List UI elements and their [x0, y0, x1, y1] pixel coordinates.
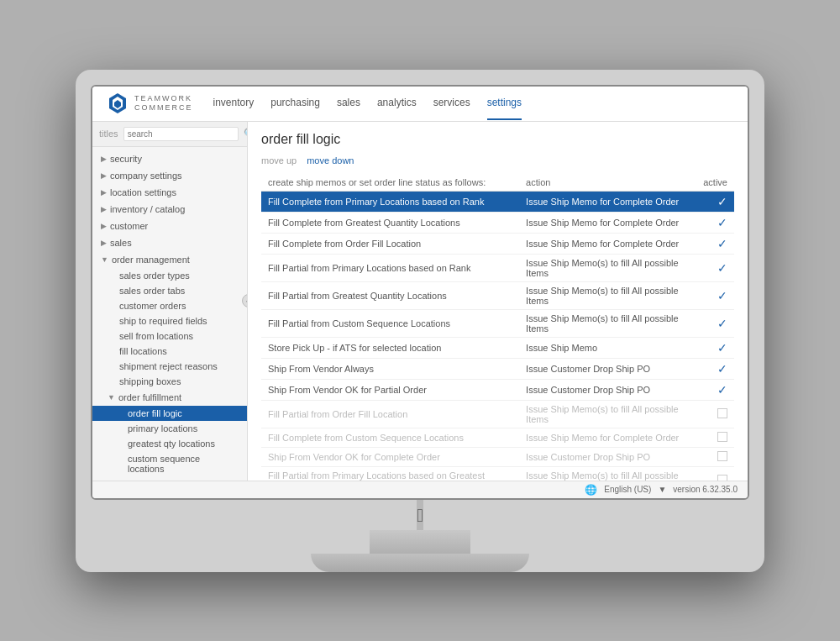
row-action: Issue Ship Memo for Complete Order — [519, 233, 696, 254]
monitor-stand:  — [91, 500, 749, 572]
row-description: Fill Partial from Primary Locations base… — [261, 254, 519, 281]
sidebar-item-customer-orders[interactable]: customer orders — [92, 298, 247, 313]
teamwork-logo-icon — [106, 92, 129, 115]
sidebar-item-ship-from-vendor-locations[interactable]: ship from vendor locations — [92, 476, 247, 481]
row-action: Issue Ship Memo for Complete Order — [519, 212, 696, 233]
sidebar-item-shipment-reject-reasons[interactable]: shipment reject reasons — [92, 359, 247, 374]
sidebar-item-custom-sequence-locations[interactable]: custom sequence locations — [92, 451, 247, 476]
move-up-button[interactable]: move up — [261, 155, 297, 166]
sidebar-item-sales[interactable]: ▶sales — [92, 234, 247, 251]
row-action: Issue Ship Memo(s) to fill All possible … — [519, 309, 696, 337]
table-row[interactable]: Ship From Vendor OK for Partial OrderIss… — [261, 379, 734, 400]
logo-text: TEAMWORK COMMERCE — [134, 94, 193, 113]
row-active-checkbox[interactable] — [696, 466, 734, 481]
table-row[interactable]: Store Pick Up - if ATS for selected loca… — [261, 337, 734, 358]
table-row[interactable]: Fill Partial from Greatest Quantity Loca… — [261, 281, 734, 309]
nav-item-sales[interactable]: sales — [337, 87, 360, 120]
row-active-checkbox[interactable]: ✓ — [696, 281, 734, 309]
sidebar-item-company-settings[interactable]: ▶company settings — [92, 167, 247, 184]
arrow-icon: ▶ — [101, 205, 107, 213]
sidebar-item-security[interactable]: ▶security — [92, 150, 247, 167]
sidebar-item-primary-locations[interactable]: primary locations — [92, 421, 247, 436]
row-description: Fill Complete from Order Fill Location — [261, 233, 519, 254]
row-description: Fill Complete from Greatest Quantity Loc… — [261, 212, 519, 233]
sidebar-item-sales-order-tabs[interactable]: sales order tabs — [92, 283, 247, 298]
sidebar-item-customer[interactable]: ▶customer — [92, 218, 247, 234]
content-area: order fill logic move up move down creat… — [248, 122, 748, 481]
row-active-checkbox[interactable]: ✓ — [696, 254, 734, 281]
table-row[interactable]: Ship From Vendor OK for Complete OrderIs… — [261, 447, 734, 466]
row-description: Fill Partial from Greatest Quantity Loca… — [261, 281, 519, 309]
row-description: Ship From Vendor Always — [261, 358, 519, 379]
row-active-checkbox[interactable] — [696, 428, 734, 447]
checkmark-icon: ✓ — [717, 289, 727, 302]
sidebar-item-inventory-catalog[interactable]: ▶inventory / catalog — [92, 201, 247, 218]
sidebar-search-input[interactable] — [123, 127, 239, 141]
checkmark-icon: ✓ — [717, 216, 727, 229]
page-title: order fill logic — [261, 132, 734, 147]
row-active-checkbox[interactable]: ✓ — [696, 309, 734, 337]
nav-item-services[interactable]: services — [433, 87, 470, 120]
row-action: Issue Customer Drop Ship PO — [519, 358, 696, 379]
checkmark-icon: ✓ — [717, 237, 727, 250]
row-active-checkbox[interactable]: ✓ — [696, 191, 734, 212]
checkbox-empty[interactable] — [717, 408, 727, 418]
move-down-button[interactable]: move down — [307, 155, 354, 166]
row-action: Issue Ship Memo for Complete Order — [519, 428, 696, 447]
row-active-checkbox[interactable] — [696, 400, 734, 428]
table-row[interactable]: Fill Complete from Order Fill LocationIs… — [261, 233, 734, 254]
row-description: Ship From Vendor OK for Partial Order — [261, 379, 519, 400]
table-row[interactable]: Ship From Vendor AlwaysIssue Customer Dr… — [261, 358, 734, 379]
arrow-icon: ▶ — [101, 239, 107, 247]
checkbox-empty[interactable] — [717, 475, 727, 481]
row-description: Store Pick Up - if ATS for selected loca… — [261, 337, 519, 358]
row-active-checkbox[interactable] — [696, 447, 734, 466]
sidebar-item-order-fulfillment[interactable]: ▼order fulfillment — [92, 389, 247, 406]
row-active-checkbox[interactable]: ✓ — [696, 233, 734, 254]
sidebar-item-sell-from-locations[interactable]: sell from locations — [92, 328, 247, 344]
checkbox-empty[interactable] — [717, 451, 727, 461]
sidebar-item-shipping-boxes[interactable]: shipping boxes — [92, 374, 247, 389]
logo-area: TEAMWORK COMMERCE — [106, 92, 193, 115]
nav-item-inventory[interactable]: inventory — [213, 87, 255, 120]
row-active-checkbox[interactable]: ✓ — [696, 212, 734, 233]
sidebar-item-fill-locations[interactable]: fill locations — [92, 344, 247, 359]
row-action: Issue Customer Drop Ship PO — [519, 447, 696, 466]
checkmark-icon: ✓ — [717, 195, 727, 208]
table-row[interactable]: Fill Complete from Custom Sequence Locat… — [261, 428, 734, 447]
sidebar-item-ship-to-required[interactable]: ship to required fields — [92, 313, 247, 328]
row-action: Issue Ship Memo(s) to fill All possible … — [519, 400, 696, 428]
nav-item-settings[interactable]: settings — [487, 87, 522, 120]
row-description: Fill Partial from Custom Sequence Locati… — [261, 309, 519, 337]
checkbox-empty[interactable] — [717, 432, 727, 442]
row-active-checkbox[interactable]: ✓ — [696, 379, 734, 400]
nav-item-analytics[interactable]: analytics — [377, 87, 417, 120]
row-description: Fill Partial from Order Fill Location — [261, 400, 519, 428]
arrow-icon: ▼ — [108, 393, 115, 402]
row-action: Issue Ship Memo(s) to fill All possible … — [519, 466, 696, 481]
sidebar-header: titles 🔍 — [92, 122, 247, 147]
row-action: Issue Ship Memo(s) to fill All possible … — [519, 254, 696, 281]
sidebar-item-greatest-qty-locations[interactable]: greatest qty locations — [92, 436, 247, 451]
checkmark-icon: ✓ — [717, 341, 727, 355]
nav-item-purchasing[interactable]: purchasing — [270, 87, 320, 120]
row-description: Ship From Vendor OK for Complete Order — [261, 447, 519, 466]
sidebar-item-location-settings[interactable]: ▶location settings — [92, 184, 247, 201]
arrow-icon: ▶ — [101, 155, 107, 163]
arrow-icon: ▶ — [101, 188, 107, 197]
table-header-active: active — [696, 174, 734, 192]
table-row[interactable]: Fill Partial from Order Fill LocationIss… — [261, 400, 734, 428]
row-active-checkbox[interactable]: ✓ — [696, 358, 734, 379]
arrow-icon: ▶ — [101, 171, 107, 180]
sidebar-item-order-management[interactable]: ▼order management — [92, 251, 247, 268]
status-bar: 🌐 English (US) ▼ version 6.32.35.0 — [92, 481, 748, 498]
table-row[interactable]: Fill Partial from Primary Locations base… — [261, 466, 734, 481]
row-active-checkbox[interactable]: ✓ — [696, 337, 734, 358]
table-row[interactable]: Fill Partial from Custom Sequence Locati… — [261, 309, 734, 337]
table-row[interactable]: Fill Complete from Primary Locations bas… — [261, 191, 734, 212]
sidebar-item-order-fill-logic[interactable]: order fill logic — [92, 406, 247, 421]
table-row[interactable]: Fill Partial from Primary Locations base… — [261, 254, 734, 281]
sidebar-item-sales-order-types[interactable]: sales order types — [92, 268, 247, 283]
search-icon[interactable]: 🔍 — [244, 128, 248, 139]
table-row[interactable]: Fill Complete from Greatest Quantity Loc… — [261, 212, 734, 233]
